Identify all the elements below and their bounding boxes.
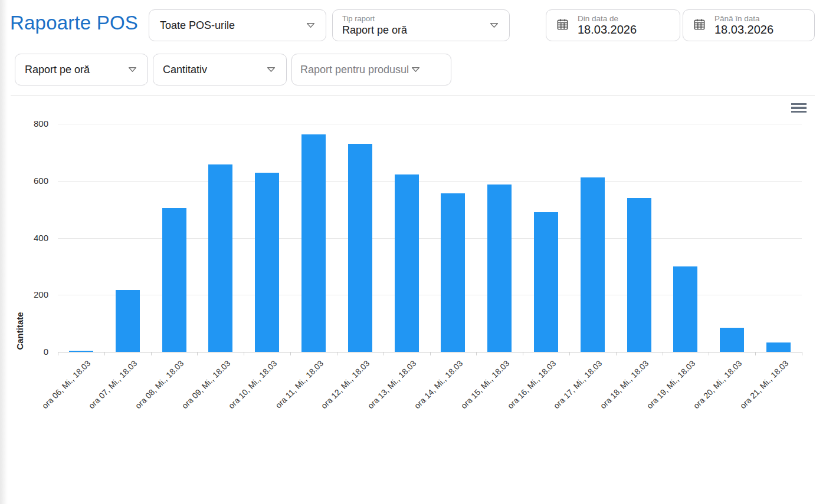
x-axis-tick (290, 352, 291, 355)
x-axis-tick (802, 352, 802, 355)
product-select-placeholder: Raport pentru produsul (300, 64, 409, 76)
x-axis-tick (616, 352, 617, 355)
bar[interactable] (348, 144, 372, 352)
bar[interactable] (116, 290, 140, 352)
calendar-icon (693, 18, 706, 34)
chevron-down-icon (128, 67, 137, 73)
bar[interactable] (395, 174, 419, 352)
date-to-value: 18.03.2026 (714, 23, 773, 36)
page-title: Rapoarte POS (10, 12, 138, 34)
bar[interactable] (441, 193, 465, 352)
y-tick-label: 400 (0, 233, 48, 243)
hourly-quantity-bar-chart: Cantitate 0200400600800ora 06, Mi., 18.0… (0, 96, 826, 438)
bar[interactable] (255, 173, 279, 352)
pos-reports-page: Rapoarte POS Toate POS-urile Tip raport … (0, 0, 826, 504)
calendar-icon (556, 18, 569, 34)
pos-select[interactable]: Toate POS-urile (149, 9, 326, 41)
x-axis-tick (384, 352, 384, 355)
x-axis-tick (523, 352, 523, 355)
x-axis-tick (104, 352, 105, 355)
date-to-label: Până în data (714, 15, 773, 24)
bar[interactable] (766, 342, 791, 352)
x-axis-tick (663, 352, 663, 355)
x-axis-tick (755, 352, 756, 355)
date-to-picker[interactable]: Până în data 18.03.2026 (683, 9, 815, 41)
measure-select-value: Cantitativ (163, 64, 207, 76)
x-axis-tick (430, 352, 431, 355)
x-axis-tick (709, 352, 709, 355)
y-tick-label: 200 (0, 289, 48, 299)
y-gridline (58, 181, 802, 182)
y-gridline (58, 124, 802, 124)
x-axis-tick (151, 352, 152, 355)
x-axis-tick (476, 352, 477, 355)
y-tick-label: 800 (0, 118, 48, 129)
report-type-value: Raport pe oră (342, 24, 407, 37)
bar[interactable] (208, 164, 232, 352)
x-axis-tick (569, 352, 570, 355)
chevron-down-icon (267, 67, 276, 73)
x-axis-tick (58, 352, 58, 355)
x-axis-tick (337, 352, 337, 355)
chevron-down-icon (490, 22, 499, 28)
date-from-picker[interactable]: Din data de 18.03.2026 (546, 9, 680, 41)
measure-select[interactable]: Cantitativ (153, 54, 287, 85)
y-tick-label: 600 (0, 176, 48, 186)
report-type-select[interactable]: Tip raport Raport pe oră (332, 9, 510, 41)
bar[interactable] (69, 351, 93, 352)
pos-select-value: Toate POS-urile (160, 19, 235, 32)
bar[interactable] (581, 177, 605, 352)
period-select-value: Raport pe oră (25, 64, 90, 76)
date-from-label: Din data de (578, 15, 637, 24)
bar[interactable] (301, 134, 326, 352)
x-axis-tick (197, 352, 198, 355)
product-select[interactable]: Raport pentru produsul (291, 54, 451, 85)
x-axis-tick (244, 352, 244, 355)
period-select[interactable]: Raport pe oră (15, 54, 148, 85)
chevron-down-icon (411, 67, 420, 73)
bar[interactable] (487, 185, 512, 352)
chevron-down-icon (306, 22, 315, 28)
date-from-value: 18.03.2026 (578, 23, 637, 36)
bar[interactable] (673, 266, 697, 352)
bar[interactable] (162, 208, 186, 352)
y-tick-label: 0 (0, 347, 48, 357)
bar[interactable] (627, 198, 651, 352)
bar[interactable] (534, 212, 558, 352)
report-type-label: Tip raport (342, 15, 407, 24)
bar[interactable] (720, 328, 744, 352)
